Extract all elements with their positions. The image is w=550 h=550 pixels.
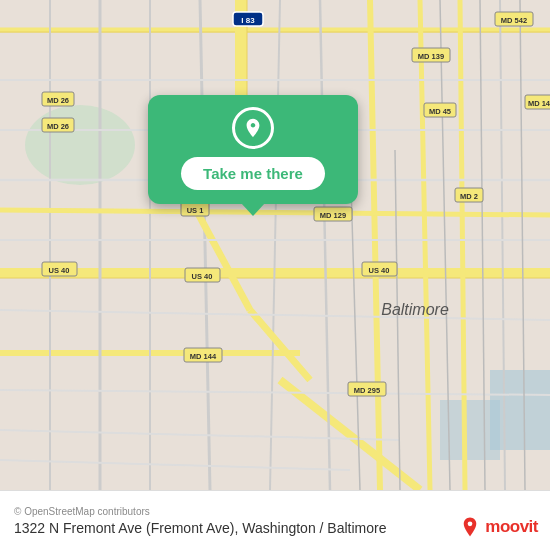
location-pin-icon: [242, 117, 264, 139]
svg-text:MD 129: MD 129: [320, 211, 346, 220]
take-me-there-button[interactable]: Take me there: [181, 157, 325, 190]
svg-text:Baltimore: Baltimore: [381, 301, 449, 318]
location-icon-wrapper: [232, 107, 274, 149]
copyright-text: © OpenStreetMap contributors: [14, 506, 536, 517]
svg-text:US 1: US 1: [187, 206, 204, 215]
svg-text:I 83: I 83: [241, 16, 255, 25]
moovit-pin-icon: [459, 516, 481, 538]
svg-text:MD 295: MD 295: [354, 386, 380, 395]
svg-text:MD 542: MD 542: [501, 16, 527, 25]
svg-text:US 40: US 40: [192, 272, 213, 281]
footer: © OpenStreetMap contributors 1322 N Frem…: [0, 490, 550, 550]
svg-text:MD 26: MD 26: [47, 122, 69, 131]
svg-text:MD 45: MD 45: [429, 107, 451, 116]
svg-point-69: [468, 522, 473, 527]
moovit-brand-text: moovit: [485, 517, 538, 537]
map-container: I 83 MD 542 MD 139 MD 26 MD 26 MD 45 US …: [0, 0, 550, 490]
svg-point-1: [25, 105, 135, 185]
svg-text:MD 26: MD 26: [47, 96, 69, 105]
svg-text:US 40: US 40: [49, 266, 70, 275]
address-text: 1322 N Fremont Ave (Fremont Ave), Washin…: [14, 520, 536, 536]
svg-text:MD 14: MD 14: [528, 99, 550, 108]
moovit-logo: moovit: [459, 516, 538, 538]
svg-text:MD 2: MD 2: [460, 192, 478, 201]
popup-card: Take me there: [148, 95, 358, 204]
svg-text:MD 144: MD 144: [190, 352, 217, 361]
svg-text:MD 139: MD 139: [418, 52, 444, 61]
svg-text:US 40: US 40: [369, 266, 390, 275]
